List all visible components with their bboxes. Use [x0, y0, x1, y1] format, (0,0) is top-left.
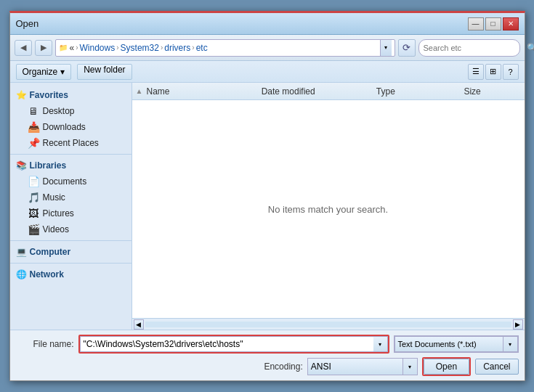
breadcrumb-etc[interactable]: etc [196, 43, 208, 53]
sidebar-item-music[interactable]: 🎵 Music [10, 189, 132, 205]
filetype-dropdown[interactable]: ▾ [503, 336, 518, 352]
col-header-date[interactable]: Date modified [259, 86, 373, 97]
sidebar-item-label: Videos [43, 224, 69, 234]
view-controls: ☰ ⊞ ? [468, 64, 519, 80]
network-icon: 🌐 [16, 269, 27, 279]
address-bar[interactable]: 📁 « › Windows › System32 › drivers › etc… [55, 39, 395, 57]
open-dialog: Open — □ ✕ ◀ ▶ 📁 « › Windows › System32 … [9, 11, 525, 381]
sidebar-item-downloads[interactable]: 📥 Downloads [10, 119, 132, 135]
col-header-size[interactable]: Size [461, 86, 521, 97]
filename-input-wrapper: ▾ [78, 335, 389, 354]
downloads-icon: 📥 [28, 121, 39, 133]
breadcrumb-system32[interactable]: System32 [121, 43, 159, 53]
sidebar-divider-1 [10, 154, 132, 155]
desktop-icon: 🖥 [28, 105, 39, 117]
sidebar-item-desktop[interactable]: 🖥 Desktop [10, 103, 132, 119]
network-header[interactable]: 🌐 Network [10, 266, 132, 282]
new-folder-button[interactable]: New folder [77, 64, 132, 80]
filetype-select[interactable]: Text Documents (*.txt) [395, 336, 503, 352]
sidebar-item-label: Documents [43, 176, 87, 187]
sidebar-item-label: Pictures [43, 208, 74, 219]
filename-dropdown[interactable]: ▾ [373, 336, 388, 352]
refresh-button[interactable]: ⟳ [398, 39, 416, 57]
computer-label: Computer [30, 247, 71, 257]
recent-places-icon: 📌 [28, 137, 39, 149]
title-bar: Open — □ ✕ [10, 13, 525, 35]
videos-icon: 🎬 [28, 224, 39, 235]
scroll-right[interactable]: ▶ [513, 319, 523, 330]
search-icon[interactable]: 🔍 [527, 43, 535, 53]
horizontal-scrollbar[interactable]: ◀ ▶ [132, 318, 525, 330]
cancel-button[interactable]: Cancel [475, 359, 518, 375]
libraries-header[interactable]: 📚 Libraries [10, 158, 132, 173]
open-button-wrapper: Open [422, 357, 471, 376]
title-controls: — □ ✕ [468, 17, 519, 30]
bottom-bar: File name: ▾ Text Documents (*.txt) ▾ En… [10, 330, 525, 380]
col-header-name[interactable]: Name [144, 86, 259, 97]
maximize-button[interactable]: □ [485, 17, 501, 30]
encoding-select-wrapper: ANSI ▾ [307, 358, 418, 375]
file-pane: ▲ Name Date modified Type Size No items … [132, 83, 525, 330]
sidebar-item-documents[interactable]: 📄 Documents [10, 173, 132, 189]
sidebar-item-label: Recent Places [43, 138, 99, 148]
filename-label: File name: [16, 339, 74, 349]
breadcrumb-drivers[interactable]: drivers [164, 43, 190, 53]
encoding-select[interactable]: ANSI [308, 359, 402, 375]
back-button[interactable]: ◀ [15, 40, 32, 56]
encoding-row: Encoding: ANSI ▾ Open Cancel [16, 357, 519, 376]
documents-icon: 📄 [28, 176, 39, 187]
encoding-label: Encoding: [264, 362, 302, 372]
search-box[interactable]: 🔍 [418, 39, 520, 57]
sort-icon: ▲ [135, 87, 144, 95]
computer-header[interactable]: 💻 Computer [10, 244, 132, 260]
address-dropdown[interactable]: ▾ [380, 40, 392, 56]
dialog-title: Open [16, 18, 468, 29]
favorites-header[interactable]: ⭐ Favorites [10, 87, 132, 103]
filename-input[interactable] [80, 336, 373, 352]
libraries-icon: 📚 [16, 160, 27, 171]
scroll-left[interactable]: ◀ [134, 319, 144, 330]
sidebar-item-recent-places[interactable]: 📌 Recent Places [10, 135, 132, 151]
close-button[interactable]: ✕ [503, 17, 519, 30]
sidebar-divider-3 [10, 263, 132, 264]
organize-arrow: ▾ [60, 67, 65, 77]
empty-message: No items match your search. [268, 204, 388, 215]
column-header: ▲ Name Date modified Type Size [132, 83, 525, 100]
sidebar: ⭐ Favorites 🖥 Desktop 📥 Downloads 📌 Rece… [10, 83, 132, 330]
view-grid-button[interactable]: ⊞ [485, 64, 501, 80]
breadcrumb-windows[interactable]: Windows [80, 43, 116, 53]
filetype-selector: Text Documents (*.txt) ▾ [394, 335, 519, 353]
sidebar-item-label: Downloads [43, 122, 86, 132]
address-toolbar: ◀ ▶ 📁 « › Windows › System32 › drivers ›… [10, 35, 525, 61]
computer-icon: 💻 [16, 247, 27, 257]
search-input[interactable] [424, 44, 524, 52]
breadcrumb-label: « [70, 43, 75, 53]
command-toolbar: Organize ▾ New folder ☰ ⊞ ? [10, 61, 525, 83]
forward-button[interactable]: ▶ [35, 40, 52, 56]
minimize-button[interactable]: — [468, 17, 484, 30]
favorites-icon: ⭐ [16, 90, 27, 100]
network-label: Network [30, 269, 64, 279]
encoding-dropdown[interactable]: ▾ [402, 359, 417, 375]
sidebar-item-label: Music [43, 192, 65, 203]
breadcrumb-path: « › Windows › System32 › drivers › etc [70, 43, 378, 53]
file-list: No items match your search. [132, 100, 525, 318]
sidebar-item-pictures[interactable]: 🖼 Pictures [10, 205, 132, 221]
libraries-label: Libraries [30, 160, 67, 171]
organize-label: Organize [23, 67, 58, 77]
breadcrumb-folder-icon: 📁 [59, 44, 68, 52]
open-button[interactable]: Open [424, 359, 469, 375]
sidebar-item-label: Desktop [43, 106, 75, 116]
filename-row: File name: ▾ Text Documents (*.txt) ▾ [16, 335, 519, 354]
organize-button[interactable]: Organize ▾ [16, 64, 72, 80]
view-list-button[interactable]: ☰ [468, 64, 484, 80]
music-icon: 🎵 [28, 192, 39, 203]
favorites-label: Favorites [30, 90, 68, 100]
help-button[interactable]: ? [503, 64, 519, 80]
pictures-icon: 🖼 [28, 208, 39, 219]
sidebar-divider-2 [10, 240, 132, 241]
sidebar-item-videos[interactable]: 🎬 Videos [10, 221, 132, 237]
col-header-type[interactable]: Type [373, 86, 461, 97]
content-area: ⭐ Favorites 🖥 Desktop 📥 Downloads 📌 Rece… [10, 83, 525, 330]
scroll-track[interactable] [145, 322, 511, 327]
